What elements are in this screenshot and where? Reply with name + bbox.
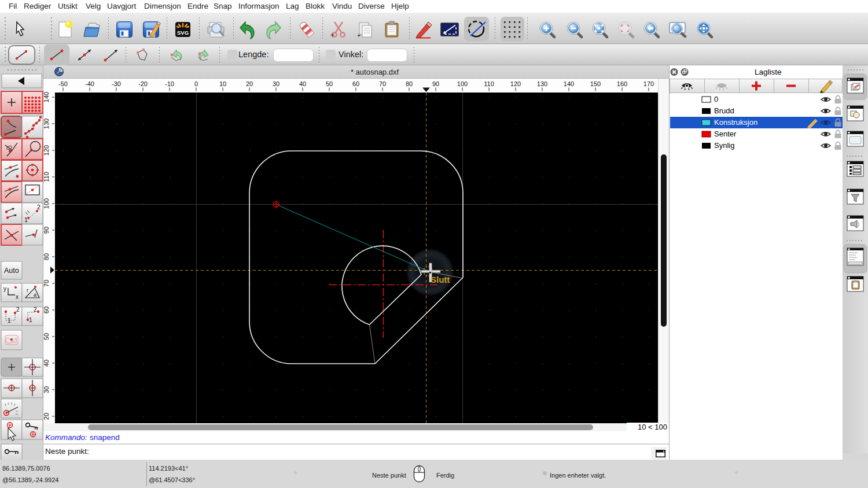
- svg-text:2: 2: [37, 204, 41, 210]
- svg-text:Slutt: Slutt: [431, 275, 450, 284]
- svg-text:50: 50: [43, 333, 50, 340]
- svg-text:100: 100: [457, 80, 468, 87]
- svg-text:140: 140: [564, 80, 574, 87]
- svg-text:140: 140: [43, 92, 50, 102]
- svg-text:10: 10: [219, 80, 226, 87]
- svg-text:30: 30: [273, 80, 279, 87]
- svg-text:2: 2: [34, 306, 37, 313]
- svg-text:+: +: [357, 32, 361, 39]
- svg-text:50: 50: [326, 80, 333, 87]
- svg-text:130: 130: [43, 119, 50, 129]
- svg-text:-50: -50: [58, 80, 68, 87]
- svg-text:x: x: [16, 294, 19, 300]
- svg-text:120: 120: [510, 80, 521, 87]
- svg-text:1: 1: [29, 317, 32, 323]
- svg-text:170: 170: [643, 80, 654, 87]
- svg-text:120: 120: [43, 145, 50, 156]
- svg-text:-10: -10: [165, 80, 174, 87]
- svg-text:1: 1: [8, 317, 11, 324]
- svg-text:-40: -40: [85, 80, 94, 87]
- svg-text:40: 40: [299, 80, 306, 87]
- svg-text:160: 160: [617, 80, 627, 87]
- svg-text:40: 40: [43, 360, 50, 367]
- svg-text:70: 70: [43, 280, 50, 287]
- svg-text:20: 20: [43, 413, 50, 420]
- svg-text:130: 130: [537, 80, 547, 87]
- svg-text:80: 80: [43, 253, 50, 260]
- svg-text:150: 150: [590, 80, 601, 87]
- svg-text:90: 90: [432, 80, 439, 87]
- svg-text:110: 110: [43, 172, 50, 182]
- svg-text:0: 0: [194, 80, 198, 87]
- svg-text:-30: -30: [112, 80, 121, 87]
- svg-text:a: a: [34, 292, 36, 298]
- svg-text:110: 110: [484, 80, 494, 87]
- svg-text:90: 90: [43, 227, 50, 234]
- svg-text:Auto: Auto: [4, 267, 19, 275]
- svg-text:70: 70: [379, 80, 386, 87]
- svg-text:80: 80: [406, 80, 413, 87]
- svg-text:60: 60: [352, 80, 359, 87]
- svg-text:SVG: SVG: [177, 29, 189, 36]
- svg-text:r: r: [27, 287, 28, 293]
- svg-text:30: 30: [43, 386, 50, 393]
- svg-text:-20: -20: [138, 80, 148, 87]
- svg-text:y: y: [3, 286, 6, 292]
- svg-text:2: 2: [16, 306, 20, 313]
- svg-text:20: 20: [246, 80, 253, 87]
- svg-text:60: 60: [43, 306, 50, 313]
- svg-text:+: +: [330, 31, 334, 39]
- svg-text:100: 100: [43, 198, 50, 209]
- svg-text:1: 1: [24, 216, 28, 223]
